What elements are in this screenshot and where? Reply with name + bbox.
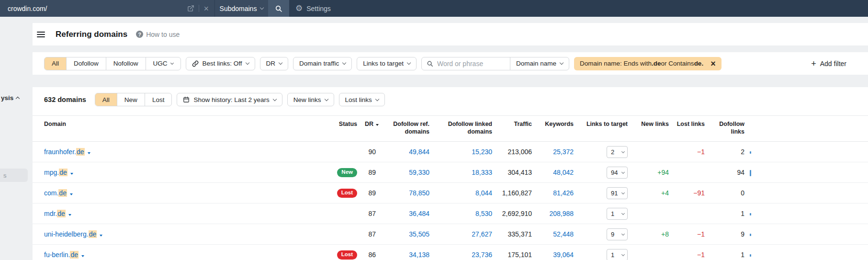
domain-text: fu-berlin. <box>44 251 70 259</box>
referring-domains-table: DomainStatusDRDofollow ref. domainsDofol… <box>33 116 868 260</box>
external-link-icon[interactable] <box>187 5 194 12</box>
keywords-link[interactable]: 25,372 <box>553 148 574 156</box>
word-search-input[interactable] <box>437 60 510 68</box>
add-filter-button[interactable]: + Add filter <box>811 59 846 68</box>
keywords-link[interactable]: 39,064 <box>553 251 574 259</box>
active-filter-chip[interactable]: Domain name: Ends with .de or Contains d… <box>574 57 721 70</box>
domain-text: mpg. <box>44 169 59 176</box>
how-to-use-link[interactable]: ? How to use <box>136 31 180 38</box>
domain-link[interactable]: fu-berlin.de <box>44 251 79 259</box>
links-to-target-select[interactable]: 94 <box>607 167 628 179</box>
keywords-cell: 39,064 <box>532 245 574 260</box>
column-header[interactable]: Domain <box>33 116 312 142</box>
chevron-down-icon[interactable] <box>70 173 73 175</box>
dofollow-ref-domains-link[interactable]: 36,484 <box>409 210 429 217</box>
menu-button[interactable] <box>37 28 49 41</box>
dofollow-linked-domains-link[interactable]: 8,530 <box>475 210 492 217</box>
links-to-target-select[interactable]: 1 <box>607 208 628 220</box>
column-header[interactable]: Dofollow ref. domains <box>379 116 429 142</box>
domain-link[interactable]: com.de <box>44 189 67 197</box>
dr-filter-button[interactable]: DR <box>260 57 289 70</box>
segment-ugc[interactable]: UGC <box>146 57 180 70</box>
segment-all[interactable]: All <box>95 93 117 106</box>
column-header-label: Keywords <box>545 121 574 127</box>
show-history-button[interactable]: Show history: Last 2 years <box>177 93 282 106</box>
dofollow-linked-domains-link[interactable]: 15,230 <box>472 148 492 156</box>
links-to-target-select[interactable]: 9 <box>607 228 628 240</box>
column-header[interactable]: Status <box>312 116 357 142</box>
links-to-target-value: 9 <box>611 231 614 238</box>
chevron-down-icon[interactable] <box>100 235 102 237</box>
link-type-segmented-control: AllDofollowNofollowUGC <box>44 57 181 70</box>
lost-links-cell: −1 <box>669 245 705 260</box>
chevron-down-icon[interactable] <box>81 255 84 257</box>
best-links-button[interactable]: Best links: Off <box>186 57 255 70</box>
keywords-link[interactable]: 52,448 <box>553 230 574 238</box>
keywords-cell: 81,426 <box>532 183 574 203</box>
links-to-target-select[interactable]: 2 <box>607 146 628 158</box>
segment-new[interactable]: New <box>117 93 145 106</box>
table-header-row: DomainStatusDRDofollow ref. domainsDofol… <box>33 116 868 142</box>
search-scope-label: Domain name <box>516 60 556 67</box>
dofollow-linked-domains-link[interactable]: 18,333 <box>472 169 492 176</box>
dofollow-linked-domains-link[interactable]: 27,627 <box>472 230 492 238</box>
chevron-down-icon <box>260 6 264 10</box>
dofollow-ref-domains-link[interactable]: 78,850 <box>409 189 429 197</box>
dofollow-ref-domains-link[interactable]: 34,138 <box>409 251 429 259</box>
table-row: fraunhofer.de9049,84415,230213,00625,372… <box>33 142 868 162</box>
search-button[interactable] <box>268 0 289 17</box>
segment-lost[interactable]: Lost <box>145 93 172 106</box>
column-header[interactable]: Dofollow linked domains <box>429 116 492 142</box>
chevron-down-icon[interactable] <box>70 193 73 195</box>
dofollow-ref-domains-link[interactable]: 49,844 <box>409 148 429 156</box>
chevron-down-icon[interactable] <box>88 152 90 154</box>
domain-link[interactable]: mdr.de <box>44 210 66 217</box>
sidebar-item-active[interactable]: s <box>0 169 28 182</box>
new-links-dropdown[interactable]: New links <box>287 93 334 106</box>
scope-dropdown[interactable]: Subdomains <box>214 0 268 17</box>
links-to-target-value: 2 <box>611 148 614 156</box>
lost-links-dropdown[interactable]: Lost links <box>339 93 385 106</box>
search-scope-dropdown[interactable]: Domain name <box>510 60 569 67</box>
settings-button[interactable]: ⚙ Settings <box>295 0 331 17</box>
domain-link[interactable]: mpg.de <box>44 169 68 176</box>
target-url-input[interactable] <box>8 5 187 12</box>
domain-link[interactable]: uni-heidelberg.de <box>44 230 97 238</box>
column-header[interactable]: Links to target <box>574 116 628 142</box>
links-to-target-cell: 1 <box>574 245 628 260</box>
dofollow-ref-domains-link[interactable]: 35,505 <box>409 230 429 238</box>
column-header[interactable]: Traffic <box>492 116 532 142</box>
target-url-field[interactable]: × <box>0 0 214 17</box>
column-header[interactable]: New links <box>628 116 669 142</box>
traffic-cell: 304,413 <box>492 162 532 183</box>
dofollow-links-cell: 94 <box>705 162 744 183</box>
segment-nofollow[interactable]: Nofollow <box>106 57 146 70</box>
links-to-target-cell: 1 <box>574 203 628 224</box>
keywords-link[interactable]: 208,988 <box>549 210 574 217</box>
chevron-down-icon <box>621 170 625 173</box>
links-to-target-select[interactable]: 1 <box>607 249 628 260</box>
keywords-link[interactable]: 81,426 <box>553 189 574 197</box>
sidebar-item-label: ysis <box>1 94 13 102</box>
segment-dofollow[interactable]: Dofollow <box>66 57 106 70</box>
links-to-target-select[interactable]: 91 <box>607 187 628 199</box>
column-header[interactable]: Lost links <box>669 116 705 142</box>
clear-url-icon[interactable]: × <box>203 4 209 13</box>
domain-link[interactable]: fraunhofer.de <box>44 148 85 156</box>
segment-all[interactable]: All <box>45 57 66 70</box>
chevron-down-icon[interactable] <box>68 214 71 216</box>
dofollow-linked-domains-link[interactable]: 23,736 <box>472 251 492 259</box>
domain-traffic-filter-button[interactable]: Domain traffic <box>293 57 352 70</box>
column-header[interactable]: Keywords <box>532 116 574 142</box>
column-header[interactable]: Dofollow links <box>705 116 744 142</box>
keywords-link[interactable]: 48,042 <box>553 169 574 176</box>
dofollow-ref-domains-cell: 78,850 <box>379 183 429 203</box>
lost-links-cell <box>669 162 705 183</box>
sort-desc-icon <box>376 124 379 126</box>
remove-filter-icon[interactable]: × <box>710 59 716 68</box>
dofollow-ref-domains-link[interactable]: 59,330 <box>409 169 429 176</box>
column-header[interactable]: DR <box>357 116 379 142</box>
dofollow-linked-domains-link[interactable]: 8,044 <box>475 189 492 197</box>
links-to-target-filter-button[interactable]: Links to target <box>357 57 417 70</box>
sidebar-item-analysis[interactable]: ysis <box>1 94 19 102</box>
